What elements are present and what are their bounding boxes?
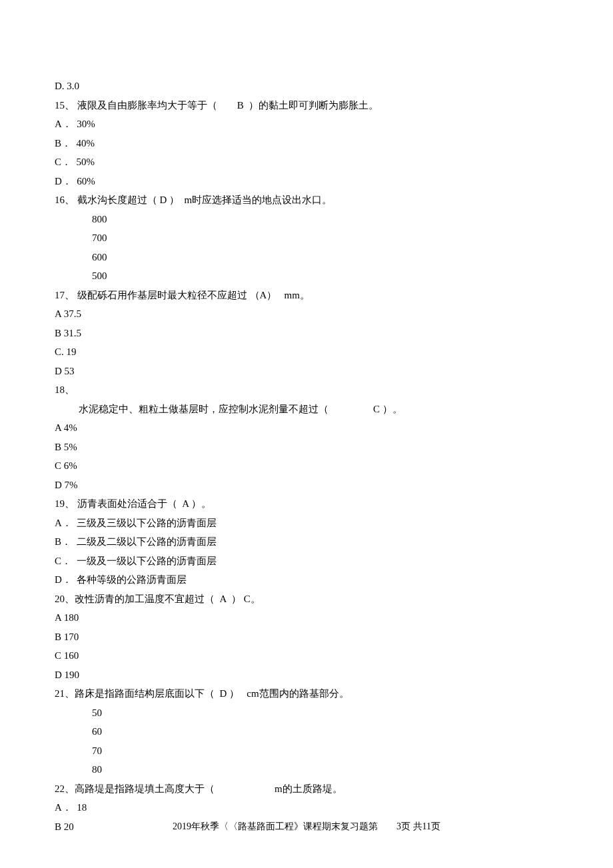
q19-opt-d: D． 各种等级的公路沥青面层 bbox=[55, 570, 558, 590]
q17-opt-c: C. 19 bbox=[55, 342, 558, 362]
q22-opt-a: A． 18 bbox=[55, 798, 558, 817]
q15-opt-a: A． 30% bbox=[55, 115, 558, 134]
q16-opt-d: 500 bbox=[55, 266, 558, 286]
q16-stem: 16、 截水沟长度超过（ D ） m时应选择适当的地点设出水口。 bbox=[55, 191, 558, 210]
q21-opt-a: 50 bbox=[55, 703, 558, 723]
q15-stem-a: 15、 液限及自由膨胀率均大于等于（ bbox=[55, 100, 217, 111]
q15-opt-b: B． 40% bbox=[55, 134, 558, 153]
q18-opt-a: A 4% bbox=[55, 418, 558, 438]
q15-opt-c: C． 50% bbox=[55, 153, 558, 172]
q17-opt-b: B 31.5 bbox=[55, 324, 558, 343]
q15-stem-b: ）的黏土即可判断为膨胀土。 bbox=[249, 100, 378, 111]
q18-opt-c: C 6% bbox=[55, 456, 558, 476]
q21-opt-c: 70 bbox=[55, 741, 558, 761]
q16-opt-a: 800 bbox=[55, 210, 558, 229]
q18-stem-a: 水泥稳定中、粗粒土做基层时，应控制水泥剂量不超过（ bbox=[79, 404, 328, 414]
q20-opt-b: B 170 bbox=[55, 628, 558, 647]
q15-ans: B bbox=[237, 100, 244, 111]
q17-opt-d: D 53 bbox=[55, 362, 558, 381]
q15-opt-d: D． 60% bbox=[55, 172, 558, 191]
q21-opt-b: 60 bbox=[55, 722, 558, 741]
q22-stem: 22、高路堤是指路堤填土高度大于（ m的土质路堤。 bbox=[55, 779, 558, 799]
q17-stem: 17、 级配砾石用作基层时最大粒径不应超过 （A） mm。 bbox=[55, 286, 558, 305]
q21-stem: 21、路床是指路面结构层底面以下（ D ） cm范围内的路基部分。 bbox=[55, 684, 558, 703]
q16-opt-c: 600 bbox=[55, 248, 558, 267]
footer-page: 3页 共11页 bbox=[396, 821, 440, 831]
q22-stem-b: m的土质路堤。 bbox=[275, 783, 342, 794]
q20-opt-a: A 180 bbox=[55, 608, 558, 628]
q19-opt-b: B． 二级及二级以下公路的沥青面层 bbox=[55, 532, 558, 552]
q16-opt-b: 700 bbox=[55, 228, 558, 248]
q21-opt-d: 80 bbox=[55, 760, 558, 779]
q19-opt-a: A． 三级及三级以下公路的沥青面层 bbox=[55, 514, 558, 533]
q18-ans: C bbox=[373, 404, 380, 414]
q18-stem: 水泥稳定中、粗粒土做基层时，应控制水泥剂量不超过（ C ）。 bbox=[55, 400, 558, 419]
footer-text: 2019年秋季〈〈路基路面工程》课程期末复习题第 bbox=[173, 821, 378, 831]
q20-stem: 20、改性沥青的加工温度不宜超过（ A ） C。 bbox=[55, 590, 558, 609]
q22-stem-a: 22、高路堤是指路堤填土高度大于（ bbox=[55, 783, 215, 794]
q19-stem: 19、 沥青表面处治适合于（ A ）。 bbox=[55, 494, 558, 514]
q18-stem-b: ）。 bbox=[382, 404, 402, 414]
q20-opt-d: D 190 bbox=[55, 665, 558, 685]
q15-stem: 15、 液限及自由膨胀率均大于等于（ B ）的黏土即可判断为膨胀土。 bbox=[55, 96, 558, 115]
q20-opt-c: C 160 bbox=[55, 646, 558, 665]
q18-num: 18、 bbox=[55, 380, 558, 400]
page-footer: 2019年秋季〈〈路基路面工程》课程期末复习题第3页 共11页 bbox=[0, 818, 613, 836]
q17-opt-a: A 37.5 bbox=[55, 304, 558, 324]
q18-opt-d: D 7% bbox=[55, 476, 558, 495]
q18-opt-b: B 5% bbox=[55, 438, 558, 457]
q19-opt-c: C． 一级及一级以下公路的沥青面层 bbox=[55, 552, 558, 571]
q14-opt-d: D. 3.0 bbox=[55, 77, 558, 96]
